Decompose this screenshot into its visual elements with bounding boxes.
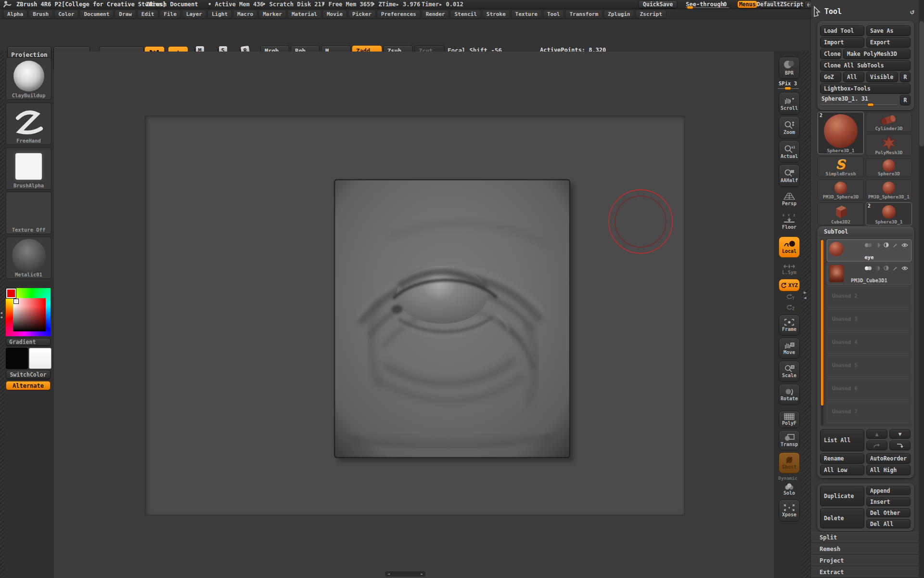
horizontal-scrollbar[interactable]: ◄ ►	[385, 571, 425, 577]
subtool-scrollbar-thumb[interactable]	[821, 240, 823, 406]
subtool-item-unused-6[interactable]: Unused 6	[827, 378, 911, 400]
menu-brush[interactable]: Brush	[28, 10, 53, 19]
current-alpha-button[interactable]: BrushAlpha	[6, 147, 51, 190]
goz-r-button[interactable]: R	[900, 72, 911, 82]
displacement-icon[interactable]	[884, 242, 889, 248]
section-split[interactable]: Split	[811, 532, 924, 543]
polypaint-icon[interactable]	[864, 266, 872, 271]
see-through-slider[interactable]	[686, 7, 729, 8]
append-button[interactable]: Append	[866, 486, 911, 495]
menus-button[interactable]: Menus	[737, 0, 757, 8]
del-other-button[interactable]: Del Other	[866, 508, 911, 517]
menu-stencil[interactable]: Stencil	[450, 10, 481, 19]
tool-tile-cylinder3d[interactable]: Cylinder3D	[866, 112, 912, 132]
subtool-item-unused-7[interactable]: Unused 7	[827, 401, 911, 423]
save-as-button[interactable]: Save As	[866, 26, 911, 36]
subtool-item-pm3d-cube3d1[interactable]: PM3D_Cube3D1	[827, 263, 911, 285]
menu-color[interactable]: Color	[54, 10, 78, 19]
insert-button[interactable]: Insert	[866, 497, 911, 506]
subtool-shift-up-button[interactable]	[866, 441, 887, 450]
subtool-shift-down-button[interactable]	[889, 441, 911, 450]
menu-tool[interactable]: Tool	[543, 10, 565, 19]
menu-zscript[interactable]: Zscript	[635, 10, 666, 19]
menu-alpha[interactable]: Alpha	[3, 10, 27, 19]
tool-tile-simplebrush[interactable]: S SimpleBrush	[818, 156, 864, 177]
delete-button[interactable]: Delete	[820, 508, 864, 528]
move-3d-button[interactable]: Move	[779, 338, 800, 359]
subtool-down-button[interactable]: ▼	[889, 429, 911, 439]
persp-button[interactable]: Persp	[779, 188, 800, 210]
subtool-item-unused-3[interactable]: Unused 3	[827, 309, 911, 331]
tool-tile-cube3d2[interactable]: Cube3D2	[818, 202, 864, 225]
menu-draw[interactable]: Draw	[115, 10, 136, 19]
menu-stroke[interactable]: Stroke	[482, 10, 510, 19]
active-tool-slider-handle[interactable]	[867, 103, 874, 106]
switch-color-button[interactable]: SwitchColor	[6, 370, 51, 379]
main-color-swatch[interactable]	[6, 348, 28, 369]
subtool-item-eye[interactable]: eye	[827, 239, 911, 262]
rotate-3d-button[interactable]: Rotate	[779, 384, 800, 405]
menu-movie[interactable]: Movie	[322, 10, 347, 19]
menu-document[interactable]: Document	[79, 10, 114, 19]
palette-reset-icon[interactable]: ↺	[910, 7, 914, 16]
zoom-button[interactable]: Zoom	[779, 116, 800, 139]
tool-tile-sphere3d-1[interactable]: 2 Sphere3D_1	[818, 112, 864, 154]
rename-button[interactable]: Rename	[820, 453, 864, 464]
panel-scrollbar[interactable]	[919, 0, 924, 578]
menu-preferences[interactable]: Preferences	[377, 10, 421, 19]
spix-handle[interactable]	[784, 87, 791, 90]
see-through-slider-handle[interactable]	[687, 6, 693, 9]
goz-all-button[interactable]: All	[843, 72, 864, 82]
all-low-button[interactable]: All Low	[820, 465, 864, 475]
del-all-button[interactable]: Del All	[866, 519, 911, 528]
z-rotation-button[interactable]: Z	[779, 303, 800, 313]
canvas-area[interactable]: ◄ ►	[54, 52, 775, 578]
alternate-button[interactable]: Alternate	[6, 381, 51, 390]
frame-button[interactable]: Frame	[779, 315, 800, 336]
menu-marker[interactable]: Marker	[258, 10, 286, 19]
section-project[interactable]: Project	[811, 555, 924, 566]
menu-edit[interactable]: Edit	[137, 10, 159, 19]
subtool-item-unused-5[interactable]: Unused 5	[827, 355, 911, 377]
spix-slider[interactable]	[778, 88, 799, 89]
transparency-button[interactable]: Transp	[779, 430, 800, 450]
scroll-right-icon[interactable]: ►	[421, 572, 423, 576]
current-brush-button[interactable]: ClayBuildup	[6, 57, 51, 100]
import-button[interactable]: Import	[820, 37, 864, 48]
duplicate-button[interactable]: Duplicate	[820, 486, 864, 506]
load-tool-button[interactable]: Load Tool	[820, 26, 864, 36]
polyframe-button[interactable]: PolyF	[779, 411, 800, 428]
menu-transform[interactable]: Transform	[565, 10, 603, 19]
tool-tile-sphere3d[interactable]: Sphere3D	[866, 158, 912, 177]
gradient-toggle[interactable]: Gradient	[6, 338, 51, 346]
ghost-button[interactable]: Ghost	[779, 452, 800, 473]
menu-zplugin[interactable]: Zplugin	[603, 10, 634, 19]
subtool-header[interactable]: SubTool	[818, 227, 913, 236]
clone-button[interactable]: Clone	[820, 49, 841, 59]
menu-material[interactable]: Material	[287, 10, 321, 19]
displacement-icon[interactable]	[884, 265, 889, 271]
uv-icon[interactable]	[875, 243, 880, 248]
y-rotation-button[interactable]: Y	[779, 292, 800, 302]
lightbox-tools-button[interactable]: Lightbox▸Tools	[820, 83, 911, 94]
current-stroke-button[interactable]: FreeHand	[6, 103, 51, 145]
solo-button[interactable]: Solo	[779, 481, 800, 498]
make-polymesh3d-button[interactable]: Make PolyMesh3D	[843, 49, 911, 59]
actual-button[interactable]: x1 Actual	[779, 140, 800, 163]
current-material-button[interactable]: Metalic01	[6, 236, 51, 279]
uv-icon[interactable]	[875, 266, 880, 271]
secondary-color-swatch[interactable]	[29, 348, 51, 369]
xyz-rotation-button[interactable]: XYZ	[779, 279, 800, 291]
goz-visible-button[interactable]: Visible	[866, 72, 898, 82]
scroll-left-icon[interactable]: ◄	[387, 572, 390, 576]
default-zscript-button[interactable]: DefaultZScript	[759, 0, 801, 8]
section-remesh[interactable]: Remesh	[811, 543, 924, 555]
menu-file[interactable]: File	[159, 10, 181, 19]
color-picker[interactable]	[6, 288, 51, 336]
current-texture-button[interactable]: Texture Off	[6, 192, 51, 234]
tool-tile-pm3d-sphere3d-1[interactable]: PM3D_Sphere3D_1	[866, 179, 912, 200]
visibility-eye-icon[interactable]	[901, 266, 908, 271]
document-view[interactable]	[145, 116, 684, 515]
left-tray-divider[interactable]: ◆◆	[0, 52, 5, 578]
lsym-button[interactable]: L.Sym	[779, 261, 800, 278]
